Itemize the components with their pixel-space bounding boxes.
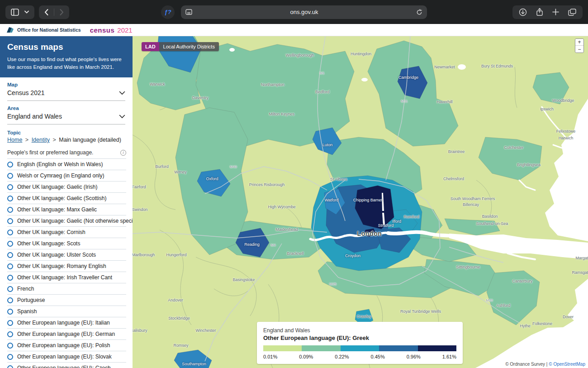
tab-overview-icon[interactable]	[568, 9, 576, 16]
legend-color-segment	[302, 345, 340, 351]
breadcrumb-home[interactable]: Home	[7, 137, 22, 143]
lad-badge: LAD	[142, 42, 159, 51]
radio-icon[interactable]	[7, 229, 13, 235]
radio-icon[interactable]	[7, 275, 13, 281]
radio-icon[interactable]	[7, 365, 13, 368]
radio-icon[interactable]	[7, 286, 13, 292]
back-icon[interactable]	[44, 9, 48, 15]
layer-badge[interactable]: LAD Local Authority Districts	[142, 42, 219, 51]
language-option[interactable]: Welsh or Cymraeg (in England only)	[7, 170, 126, 181]
share-icon[interactable]	[536, 8, 543, 16]
radio-icon[interactable]	[7, 252, 13, 258]
extension-icon[interactable]: ƒ?	[161, 5, 175, 19]
legend-color-segment	[379, 345, 417, 351]
nav-controls	[39, 5, 69, 19]
page-title: Census maps	[7, 42, 125, 52]
radio-icon[interactable]	[7, 218, 13, 224]
map-attribution: © Ordnance Survey | © OpenStreetMap	[505, 362, 585, 367]
area-select[interactable]: Area England and Wales	[0, 101, 133, 124]
sidebar-toggle-icon[interactable]	[11, 9, 19, 16]
osm-link[interactable]: © OpenStreetMap	[549, 362, 585, 367]
breadcrumb-identity[interactable]: Identity	[32, 137, 50, 143]
language-option-label: Other European language (EU): German	[17, 331, 115, 337]
language-option-label: Other UK language: Scots	[17, 240, 80, 247]
language-option-label: Other UK language: Romany English	[17, 263, 106, 269]
map-legend: England and Wales Other European languag…	[257, 322, 463, 364]
language-option-label: Other European language (EU): Polish	[17, 342, 110, 349]
zoom-in-button[interactable]: +	[575, 39, 583, 46]
choropleth-map	[133, 36, 588, 368]
language-option[interactable]: French	[7, 283, 126, 294]
radio-icon[interactable]	[7, 241, 13, 247]
new-tab-icon[interactable]	[552, 9, 559, 15]
language-option[interactable]: Other UK language: Scots	[7, 238, 126, 249]
language-option[interactable]: Other UK language: Irish Traveller Cant	[7, 272, 126, 283]
radio-icon[interactable]	[7, 309, 13, 315]
language-option[interactable]: Other European language (EU): Polish	[7, 339, 126, 351]
radio-icon[interactable]	[7, 196, 13, 201]
map-select[interactable]: Map Census 2021	[0, 77, 133, 101]
ons-logo-icon	[6, 27, 14, 33]
language-options-list: English (English or Welsh in Wales) Wels…	[7, 158, 126, 368]
safari-window: ƒ? ons.gov.uk	[0, 0, 588, 368]
language-option[interactable]: Other UK language: Manx Gaelic	[7, 204, 126, 215]
downloads-icon[interactable]	[519, 8, 527, 16]
area-select-value: England and Wales	[7, 113, 62, 120]
zoom-out-button[interactable]: −	[575, 46, 583, 53]
language-option-label: Other UK language: Ulster Scots	[17, 252, 96, 258]
language-option[interactable]: Other UK language: Cornish	[7, 226, 126, 238]
legend-color-segment	[418, 345, 456, 351]
forward-icon[interactable]	[60, 9, 64, 15]
radio-icon[interactable]	[7, 162, 13, 167]
language-option[interactable]: Other European language (EU): Italian	[7, 317, 126, 328]
page-settings-icon[interactable]	[185, 9, 192, 15]
language-option[interactable]: Other UK language: Ulster Scots	[7, 249, 126, 260]
language-option-label: Other UK language: Gaelic (Irish)	[17, 184, 97, 190]
language-option[interactable]: English (English or Welsh in Wales)	[7, 158, 126, 170]
breadcrumb-current: Main language (detailed)	[59, 137, 121, 143]
chevron-down-icon[interactable]	[24, 10, 29, 14]
breadcrumb: Home > Identity > Main language (detaile…	[7, 135, 125, 143]
browser-toolbar: ƒ? ons.gov.uk	[0, 0, 588, 24]
language-option[interactable]: Other UK language: Gaelic (Scottish)	[7, 192, 126, 204]
language-option[interactable]: Other European language (EU): Slovak	[7, 351, 126, 362]
reload-icon[interactable]	[416, 9, 422, 15]
radio-icon[interactable]	[7, 331, 13, 337]
topic-section: Topic Home > Identity > Main language (d…	[0, 124, 133, 143]
radio-icon[interactable]	[7, 173, 13, 179]
breadcrumb-separator: >	[24, 137, 30, 143]
language-option[interactable]: Other UK language: Gaelic (Not otherwise…	[7, 215, 126, 226]
ons-org-name: Office for National Statistics	[17, 27, 81, 33]
breadcrumb-separator: >	[51, 137, 57, 143]
info-icon[interactable]: i	[120, 150, 126, 156]
radio-icon[interactable]	[7, 343, 13, 349]
language-option-label: French	[17, 286, 34, 292]
topic-label: Topic	[7, 130, 125, 135]
language-option-label: Other UK language: Gaelic (Scottish)	[17, 195, 106, 201]
radio-icon[interactable]	[7, 207, 13, 213]
legend-stop-label: 0.22%	[335, 354, 349, 359]
language-option[interactable]: Portuguese	[7, 294, 126, 306]
radio-icon[interactable]	[7, 297, 13, 303]
address-bar[interactable]: ons.gov.uk	[181, 5, 427, 19]
language-option[interactable]: Other UK language: Romany English	[7, 260, 126, 272]
language-option[interactable]: Other European language (EU): Czech	[7, 362, 126, 368]
census-logo: census	[90, 26, 115, 34]
radio-icon[interactable]	[7, 354, 13, 360]
topic-description: People's first or preferred language.	[7, 149, 93, 156]
language-option[interactable]: Other European language (EU): German	[7, 328, 126, 339]
toolbar-left	[5, 5, 69, 19]
zoom-controls: + −	[575, 38, 584, 53]
legend-color-segment	[341, 345, 379, 351]
toolbar-right	[512, 5, 583, 19]
toolbar-actions	[512, 5, 583, 19]
legend-color-segment	[263, 345, 302, 351]
language-option[interactable]: Spanish	[7, 306, 126, 317]
legend-stop-label: 1.61%	[442, 354, 456, 359]
map-canvas[interactable]: RugbyWarwickDaventryNorthamptonWellingbo…	[133, 36, 588, 368]
chevron-down-icon	[119, 115, 125, 119]
language-option[interactable]: Other UK language: Gaelic (Irish)	[7, 181, 126, 192]
radio-icon[interactable]	[7, 184, 13, 190]
radio-icon[interactable]	[7, 263, 13, 269]
radio-icon[interactable]	[7, 320, 13, 326]
